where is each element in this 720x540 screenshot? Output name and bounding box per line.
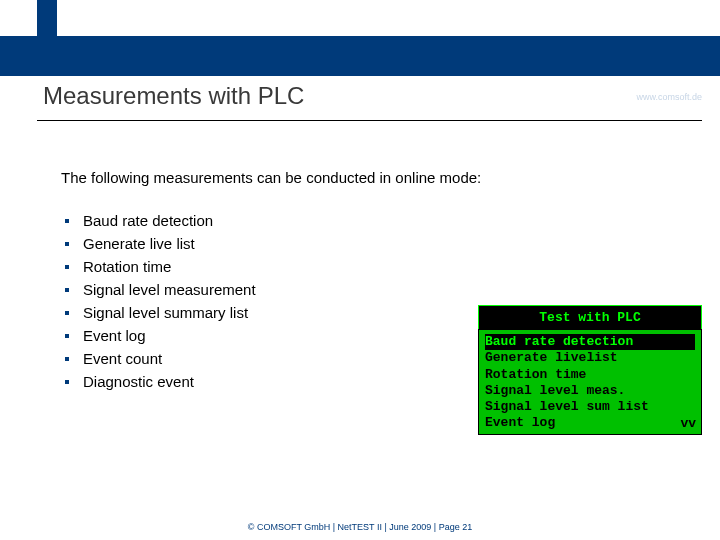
- list-item: Signal level measurement: [83, 281, 702, 298]
- list-item: Rotation time: [83, 258, 702, 275]
- screen-row-selected: Baud rate detection: [485, 334, 695, 350]
- screen-row: Rotation time: [485, 367, 695, 383]
- scroll-down-icon: vv: [680, 416, 696, 432]
- screen-row: Generate livelist: [485, 350, 695, 366]
- screen-row: Signal level meas.: [485, 383, 695, 399]
- screen-title: Test with PLC: [478, 305, 702, 329]
- screen-row: Event log: [485, 415, 695, 431]
- screen-row: Signal level sum list: [485, 399, 695, 415]
- plc-screen: Test with PLC Baud rate detection Genera…: [478, 305, 702, 435]
- list-item: Baud rate detection: [83, 212, 702, 229]
- list-item: Generate live list: [83, 235, 702, 252]
- screen-row: Baud rate detection: [485, 334, 695, 350]
- top-bar: [0, 0, 720, 36]
- blue-band: COMSOFT www.comsoft.de: [0, 36, 720, 76]
- screen-body: Baud rate detection Generate livelist Ro…: [478, 329, 702, 435]
- footer-text: © COMSOFT GmbH | NetTEST II | June 2009 …: [0, 522, 720, 532]
- intro-text: The following measurements can be conduc…: [61, 169, 702, 186]
- slide-title: Measurements with PLC: [37, 76, 720, 120]
